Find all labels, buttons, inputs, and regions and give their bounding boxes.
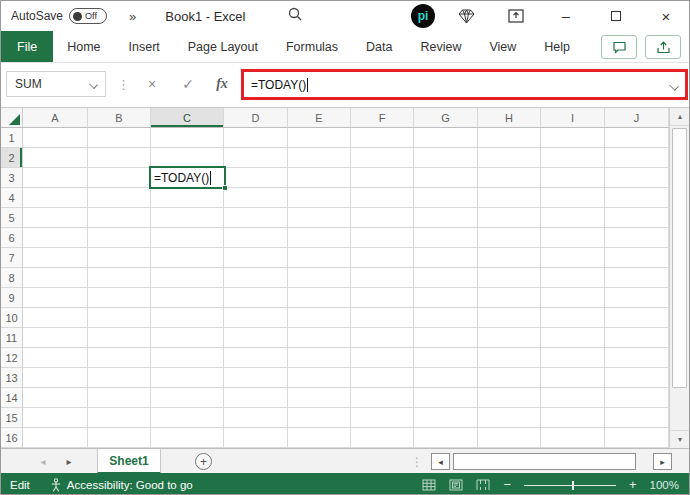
cells-area[interactable]: =TODAY() — [23, 128, 669, 448]
title-bar: AutoSave Off » Book1 - Excel pi – × — [1, 1, 689, 31]
statusbar-right: − + 100% — [422, 477, 679, 492]
horizontal-scrollbar-thumb[interactable] — [453, 453, 636, 470]
row-header-6[interactable]: 6 — [1, 228, 23, 248]
row-headers: 1 2 3 4 5 6 7 8 9 10 11 12 13 14 15 16 — [1, 128, 23, 448]
status-bar: Edit Accessibility: Good to go − + 10 — [1, 473, 689, 495]
ribbon-right-buttons — [601, 35, 681, 59]
minimize-icon[interactable]: – — [549, 1, 583, 31]
row-header-16[interactable]: 16 — [1, 428, 23, 448]
active-cell-c2[interactable]: =TODAY() — [149, 166, 226, 189]
excel-window: AutoSave Off » Book1 - Excel pi – × — [0, 0, 690, 495]
text-cursor — [307, 78, 308, 92]
scroll-down-icon[interactable]: ▾ — [670, 430, 690, 448]
page-layout-view-icon[interactable] — [449, 479, 463, 491]
column-header-i[interactable]: I — [541, 108, 605, 128]
column-header-c[interactable]: C — [151, 108, 224, 128]
pi-logo-icon: pi — [411, 4, 435, 28]
autosave-control[interactable]: AutoSave Off — [11, 8, 107, 24]
sheet-tab-bar: ◂ ▸ Sheet1 + ⋮ ◂ ▸ — [1, 448, 689, 473]
name-box-dropdown-icon[interactable] — [89, 80, 98, 89]
row-header-9[interactable]: 9 — [1, 288, 23, 308]
spreadsheet-grid: A B C D E F G H I J 1 2 3 4 5 6 7 8 9 10… — [1, 108, 689, 448]
scroll-right-icon[interactable]: ▸ — [653, 453, 672, 470]
select-all-corner[interactable] — [1, 108, 23, 128]
scroll-up-icon[interactable]: ▴ — [670, 108, 690, 126]
mode-indicator[interactable]: Edit — [10, 479, 30, 491]
row-header-1[interactable]: 1 — [1, 128, 23, 148]
comments-button[interactable] — [601, 35, 637, 59]
zoom-slider-thumb[interactable] — [572, 481, 574, 490]
row-header-11[interactable]: 11 — [1, 328, 23, 348]
column-header-a[interactable]: A — [23, 108, 88, 128]
vertical-scrollbar[interactable]: ▴ ▾ — [669, 108, 689, 448]
prev-sheet-icon[interactable]: ◂ — [33, 449, 53, 474]
zoom-slider[interactable] — [524, 479, 616, 491]
row-header-8[interactable]: 8 — [1, 268, 23, 288]
formula-bar: SUM ⋮ × ✓ fx =TODAY() — [1, 63, 689, 108]
formula-input[interactable]: =TODAY() — [244, 78, 306, 92]
fill-handle[interactable] — [222, 185, 228, 191]
enter-icon[interactable]: ✓ — [173, 71, 203, 97]
cancel-icon[interactable]: × — [137, 71, 167, 97]
tab-formulas[interactable]: Formulas — [272, 31, 352, 62]
tab-page-layout[interactable]: Page Layout — [174, 31, 272, 62]
column-header-h[interactable]: H — [478, 108, 541, 128]
tab-home[interactable]: Home — [53, 31, 114, 62]
tab-insert[interactable]: Insert — [115, 31, 174, 62]
column-header-j[interactable]: J — [605, 108, 669, 128]
row-header-13[interactable]: 13 — [1, 368, 23, 388]
tab-help[interactable]: Help — [530, 31, 584, 62]
row-header-3[interactable]: 3 — [1, 168, 23, 188]
column-header-d[interactable]: D — [224, 108, 288, 128]
normal-view-icon[interactable] — [422, 479, 436, 491]
maximize-icon[interactable] — [599, 1, 633, 31]
share-button[interactable] — [645, 35, 681, 59]
titlebar-controls: pi – × — [411, 1, 683, 31]
add-sheet-button[interactable]: + — [195, 453, 212, 470]
formula-input-highlight: =TODAY() — [241, 69, 688, 100]
row-header-15[interactable]: 15 — [1, 408, 23, 428]
accessibility-status[interactable]: Accessibility: Good to go — [50, 478, 193, 492]
document-title: Book1 - Excel — [165, 9, 245, 24]
cell-text-cursor — [210, 171, 211, 185]
tab-view[interactable]: View — [475, 31, 530, 62]
select-all-triangle-icon — [9, 114, 20, 125]
sheet-tab-sheet1[interactable]: Sheet1 — [97, 449, 161, 474]
row-header-4[interactable]: 4 — [1, 188, 23, 208]
zoom-out-icon[interactable]: − — [503, 477, 511, 492]
formula-bar-separator-dots: ⋮ — [117, 71, 130, 97]
column-header-f[interactable]: F — [351, 108, 414, 128]
column-header-g[interactable]: G — [414, 108, 478, 128]
ribbon-display-options-icon[interactable] — [499, 1, 533, 31]
close-icon[interactable]: × — [649, 1, 683, 31]
name-box[interactable]: SUM — [6, 71, 106, 97]
tab-review[interactable]: Review — [406, 31, 475, 62]
formula-bar-expand-icon[interactable] — [669, 81, 679, 91]
column-header-e[interactable]: E — [288, 108, 351, 128]
vertical-scrollbar-thumb[interactable] — [672, 128, 687, 388]
column-header-b[interactable]: B — [88, 108, 151, 128]
tab-data[interactable]: Data — [352, 31, 406, 62]
row-header-12[interactable]: 12 — [1, 348, 23, 368]
insert-function-icon[interactable]: fx — [207, 71, 237, 97]
row-header-7[interactable]: 7 — [1, 248, 23, 268]
row-header-10[interactable]: 10 — [1, 308, 23, 328]
row-header-2[interactable]: 2 — [1, 148, 23, 168]
row-header-5[interactable]: 5 — [1, 208, 23, 228]
active-cell-value: =TODAY() — [151, 171, 209, 185]
tab-file[interactable]: File — [1, 31, 53, 62]
zoom-in-icon[interactable]: + — [629, 477, 637, 492]
scroll-left-icon[interactable]: ◂ — [431, 453, 450, 470]
diamond-icon[interactable] — [449, 1, 483, 31]
accessibility-icon — [50, 478, 62, 492]
quick-access-overflow-icon[interactable]: » — [129, 9, 135, 24]
name-box-value: SUM — [15, 77, 42, 91]
zoom-level[interactable]: 100% — [650, 479, 679, 491]
page-break-preview-icon[interactable] — [476, 479, 490, 491]
next-sheet-icon[interactable]: ▸ — [59, 449, 79, 474]
ribbon-tab-bar: File Home Insert Page Layout Formulas Da… — [1, 31, 689, 63]
search-icon[interactable] — [287, 6, 303, 26]
row-header-14[interactable]: 14 — [1, 388, 23, 408]
autosave-toggle[interactable]: Off — [69, 8, 107, 24]
autosave-label: AutoSave — [11, 9, 63, 23]
